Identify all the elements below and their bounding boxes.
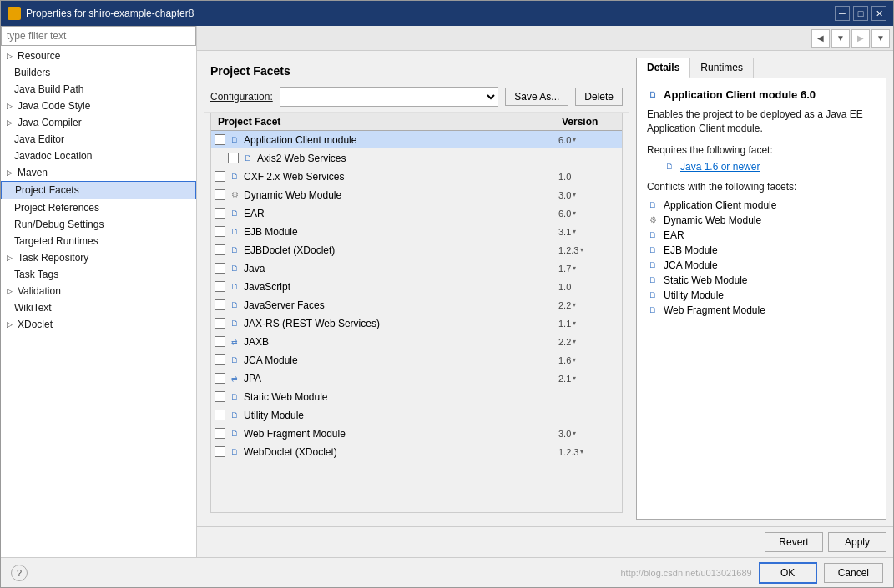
table-row[interactable]: ⇄ JPA 2.1 ▾: [211, 369, 622, 388]
back-dropdown-button[interactable]: ▼: [831, 29, 850, 48]
facet-checkbox[interactable]: [215, 446, 225, 457]
facet-checkbox[interactable]: [215, 171, 225, 182]
sidebar-item-label: Maven: [18, 167, 48, 178]
facet-checkbox[interactable]: [215, 391, 225, 402]
facet-checkbox[interactable]: [215, 263, 225, 274]
revert-button[interactable]: Revert: [765, 532, 823, 552]
minimize-button[interactable]: ─: [835, 6, 850, 21]
table-row[interactable]: 🗋 EJBDoclet (XDoclet) 1.2.3 ▾: [211, 241, 622, 259]
sidebar-item-javadoc[interactable]: Javadoc Location: [1, 148, 196, 164]
table-row[interactable]: ⇄ JAXB 2.2 ▾: [211, 333, 622, 351]
sidebar-item-xdoclet[interactable]: ▷ XDoclet: [1, 316, 196, 333]
forward-button[interactable]: ▶: [851, 29, 870, 48]
sidebar-item-targeted-runtimes[interactable]: Targeted Runtimes: [1, 233, 196, 249]
sidebar-item-task-repository[interactable]: ▷ Task Repository: [1, 249, 196, 266]
version-value: 1.7: [558, 264, 571, 274]
expand-arrow: ▷: [4, 286, 14, 296]
facet-checkbox[interactable]: [215, 281, 225, 292]
version-dropdown-arrow[interactable]: ▾: [580, 448, 583, 455]
table-row[interactable]: 🗋 Web Fragment Module 3.0 ▾: [211, 425, 622, 443]
sidebar-item-run-debug[interactable]: Run/Debug Settings: [1, 216, 196, 233]
facet-checkbox[interactable]: [215, 428, 225, 439]
sidebar-item-wikitext[interactable]: WikiText: [1, 299, 196, 316]
delete-button[interactable]: Delete: [575, 88, 623, 106]
table-row[interactable]: 🗋 JCA Module 1.6 ▾: [211, 351, 622, 369]
version-dropdown-arrow[interactable]: ▾: [573, 228, 576, 235]
sidebar-item-validation[interactable]: ▷ Validation: [1, 283, 196, 299]
version-dropdown-arrow[interactable]: ▾: [580, 246, 583, 254]
tab-runtimes[interactable]: Runtimes: [690, 58, 754, 78]
cancel-button[interactable]: Cancel: [824, 563, 883, 583]
sidebar-item-label: Project References: [14, 202, 99, 214]
version-dropdown-arrow[interactable]: ▾: [573, 374, 576, 382]
table-row[interactable]: ⚙ Dynamic Web Module 3.0 ▾: [211, 186, 622, 204]
sidebar-item-project-facets[interactable]: Project Facets: [1, 181, 196, 199]
facet-checkbox[interactable]: [215, 299, 225, 310]
facet-checkbox[interactable]: [215, 410, 225, 420]
requires-label: Requires the following facet:: [647, 144, 876, 156]
version-dropdown-arrow[interactable]: ▾: [573, 191, 576, 199]
sidebar-item-task-tags[interactable]: Task Tags: [1, 266, 196, 283]
sidebar-item-java-build-path[interactable]: Java Build Path: [1, 81, 196, 98]
facet-checkbox[interactable]: [215, 318, 225, 329]
sidebar-item-resource[interactable]: ▷ Resource: [1, 48, 196, 64]
facet-checkbox[interactable]: [215, 373, 225, 384]
close-button[interactable]: ✕: [871, 6, 886, 21]
facet-label: Static Web Module: [244, 391, 328, 403]
sidebar-item-java-editor[interactable]: Java Editor: [1, 131, 196, 148]
expand-arrow: ▷: [4, 168, 14, 178]
facet-checkbox[interactable]: [215, 336, 225, 347]
maximize-button[interactable]: □: [853, 6, 868, 21]
sidebar-item-maven[interactable]: ▷ Maven: [1, 164, 196, 181]
version-dropdown-arrow[interactable]: ▾: [573, 209, 576, 217]
col-facet-header: Project Facet: [211, 116, 555, 128]
tab-details[interactable]: Details: [637, 58, 690, 78]
facet-label: JavaServer Faces: [244, 299, 325, 311]
forward-dropdown-button[interactable]: ▼: [871, 29, 890, 48]
table-row[interactable]: 🗋 JavaScript 1.0: [211, 278, 622, 296]
table-row[interactable]: 🗋 Utility Module: [211, 406, 622, 425]
version-dropdown-arrow[interactable]: ▾: [573, 301, 576, 309]
sidebar-item-java-compiler[interactable]: ▷ Java Compiler: [1, 114, 196, 131]
version-dropdown-arrow[interactable]: ▾: [573, 430, 576, 437]
table-row[interactable]: 🗋 Application Client module 6.0 ▾: [211, 131, 622, 149]
sidebar-item-builders[interactable]: Builders: [1, 64, 196, 81]
version-dropdown-arrow[interactable]: ▾: [573, 136, 576, 143]
version-value: 3.0: [558, 429, 571, 439]
facet-checkbox[interactable]: [215, 134, 225, 145]
table-row[interactable]: 🗋 EJB Module 3.1 ▾: [211, 223, 622, 241]
version-dropdown-arrow[interactable]: ▾: [573, 319, 576, 327]
facet-checkbox[interactable]: [215, 208, 225, 219]
table-row[interactable]: 🗋 WebDoclet (XDoclet) 1.2.3 ▾: [211, 443, 622, 461]
save-as-button[interactable]: Save As...: [505, 88, 568, 106]
conflict-item: 🗋 JCA Module: [647, 258, 876, 273]
conflict-label: Application Client module: [664, 199, 776, 211]
facet-checkbox[interactable]: [215, 244, 225, 255]
table-row[interactable]: 🗋 Static Web Module: [211, 388, 622, 406]
version-dropdown-arrow[interactable]: ▾: [573, 356, 576, 364]
table-row[interactable]: 🗋 CXF 2.x Web Services 1.0: [211, 168, 622, 186]
filter-input[interactable]: [1, 26, 196, 46]
version-value: 2.1: [558, 374, 571, 384]
facet-checkbox[interactable]: [215, 354, 225, 365]
version-value: 3.1: [558, 227, 571, 237]
table-row[interactable]: 🗋 EAR 6.0 ▾: [211, 204, 622, 223]
ok-button[interactable]: OK: [759, 562, 817, 584]
sidebar-item-java-code-style[interactable]: ▷ Java Code Style: [1, 98, 196, 114]
table-row[interactable]: 🗋 JAX-RS (REST Web Services) 1.1 ▾: [211, 314, 622, 333]
apply-button[interactable]: Apply: [828, 532, 886, 552]
version-dropdown-arrow[interactable]: ▾: [573, 264, 576, 272]
version-dropdown-arrow[interactable]: ▾: [573, 338, 576, 345]
facet-checkbox[interactable]: [228, 153, 239, 163]
back-button[interactable]: ◀: [811, 29, 830, 48]
table-row[interactable]: 🗋 JavaServer Faces 2.2 ▾: [211, 296, 622, 314]
window-title: Properties for shiro-example-chapter8: [26, 8, 830, 19]
table-row[interactable]: 🗋 Java 1.7 ▾: [211, 259, 622, 278]
facet-checkbox[interactable]: [215, 226, 225, 237]
requires-item[interactable]: Java 1.6 or newer: [680, 161, 760, 173]
facet-checkbox[interactable]: [215, 189, 225, 200]
config-select[interactable]: [280, 87, 499, 107]
sidebar-item-project-references[interactable]: Project References: [1, 199, 196, 216]
help-button[interactable]: ?: [11, 565, 28, 581]
table-row[interactable]: 🗋 Axis2 Web Services: [211, 149, 622, 168]
